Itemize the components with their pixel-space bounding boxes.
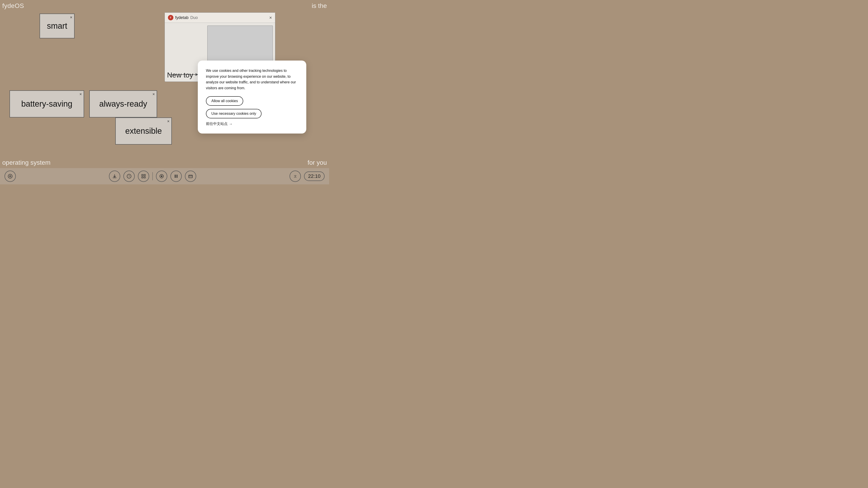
svg-point-2 bbox=[8, 174, 12, 178]
smart-card-close[interactable]: × bbox=[70, 15, 72, 20]
taskbar: ? bbox=[0, 168, 329, 184]
allow-all-cookies-button[interactable]: Allow all cookies bbox=[206, 96, 243, 106]
pause-button[interactable] bbox=[170, 170, 182, 182]
fydetab-app-name: fydetab bbox=[175, 15, 188, 20]
os-tagline-bottom-right: for you bbox=[307, 159, 327, 166]
os-name-label: fydeOS bbox=[2, 2, 24, 9]
extensible-card: × extensible bbox=[115, 118, 172, 144]
fydetab-titlebar: F fydetab Duo × bbox=[165, 13, 275, 23]
svg-text:F: F bbox=[170, 17, 171, 19]
always-ready-card: × always-ready bbox=[89, 90, 157, 118]
fydetab-inner-window bbox=[207, 26, 273, 66]
svg-rect-9 bbox=[144, 177, 145, 178]
svg-rect-7 bbox=[144, 174, 145, 176]
svg-point-11 bbox=[161, 176, 162, 177]
necessary-cookies-only-button[interactable]: Use necessary cookies only bbox=[206, 109, 261, 119]
cookie-consent-popup: We use cookies and other tracking techno… bbox=[198, 61, 306, 133]
window-button[interactable] bbox=[185, 170, 196, 182]
always-ready-card-close[interactable]: × bbox=[152, 92, 155, 96]
os-tagline-right: is the bbox=[312, 2, 327, 9]
battery-saving-card-text: battery-saving bbox=[21, 99, 72, 109]
new-toy-label: New toy bbox=[167, 71, 193, 79]
taskbar-right-group: 文 22:10 bbox=[289, 170, 324, 182]
svg-point-3 bbox=[9, 175, 11, 177]
chinese-link-arrow: → bbox=[229, 122, 232, 126]
svg-rect-13 bbox=[177, 175, 178, 178]
chinese-link-text: 前往中文站点 bbox=[206, 122, 228, 126]
battery-saving-card-close[interactable]: × bbox=[79, 92, 82, 96]
svg-rect-14 bbox=[189, 175, 192, 178]
always-ready-card-text: always-ready bbox=[99, 99, 147, 109]
clock-display[interactable]: 22:10 bbox=[304, 171, 324, 181]
svg-text:文: 文 bbox=[293, 175, 297, 178]
taskbar-center-group: ? bbox=[109, 170, 196, 182]
svg-text:?: ? bbox=[128, 175, 130, 178]
taskbar-divider bbox=[152, 172, 153, 180]
fydetab-logo: F bbox=[168, 15, 174, 20]
svg-rect-6 bbox=[142, 174, 143, 176]
chinese-site-link[interactable]: 前往中文站点 → bbox=[206, 122, 298, 126]
system-icon-button[interactable] bbox=[156, 170, 167, 182]
svg-rect-12 bbox=[175, 175, 176, 178]
extensible-card-close[interactable]: × bbox=[167, 119, 169, 123]
fydetab-subtitle: Duo bbox=[190, 15, 198, 20]
fydetab-close-button[interactable]: × bbox=[269, 15, 272, 20]
home-button[interactable] bbox=[4, 170, 16, 182]
extensible-card-text: extensible bbox=[125, 126, 162, 136]
os-tagline-bottom-left: operating system bbox=[2, 159, 51, 166]
grid-button[interactable] bbox=[138, 170, 149, 182]
help-button[interactable]: ? bbox=[123, 170, 135, 182]
smart-card-text: smart bbox=[47, 21, 67, 31]
download-button[interactable] bbox=[109, 170, 120, 182]
battery-saving-card: × battery-saving bbox=[9, 90, 84, 118]
svg-rect-8 bbox=[142, 177, 143, 178]
cookie-body-text: We use cookies and other tracking techno… bbox=[206, 68, 298, 91]
translate-button[interactable]: 文 bbox=[289, 170, 301, 182]
smart-card: × smart bbox=[39, 13, 74, 38]
